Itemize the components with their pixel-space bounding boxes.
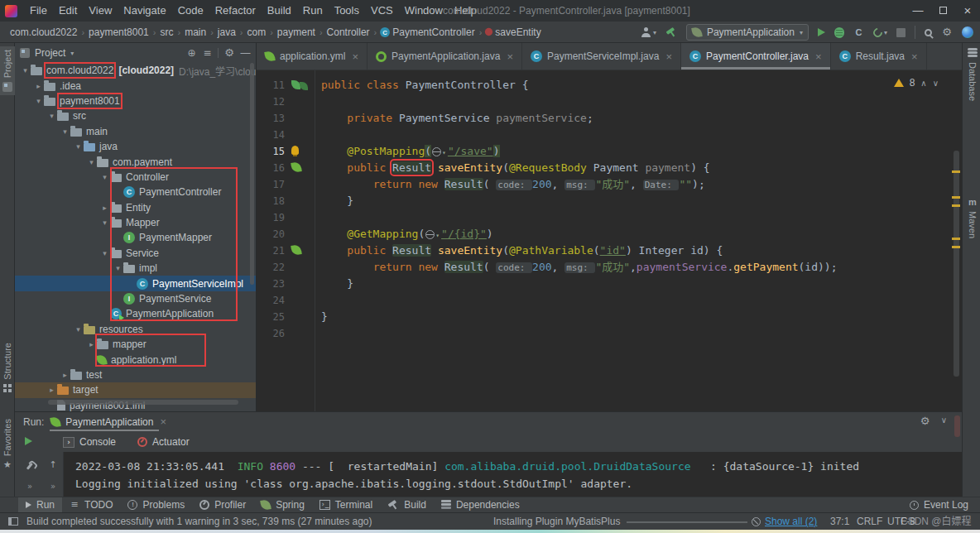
chevron-collapsed-icon[interactable]: ▸ [60, 371, 70, 379]
toolwindow-button-spring[interactable]: Spring [253, 497, 312, 513]
breadcrumb-src[interactable]: src [158, 26, 175, 38]
project-scrollbar-vertical[interactable] [250, 63, 254, 285]
breadcrumb-Controller[interactable]: Controller [325, 26, 372, 38]
chevron-expanded-icon[interactable]: ▾ [113, 264, 123, 272]
toolwindow-button-dependencies[interactable]: Dependencies [434, 497, 527, 513]
tree-item-com.payment[interactable]: ▾com.payment [15, 154, 256, 169]
http-method-inlay-icon[interactable] [425, 230, 435, 239]
chevron-expanded-icon[interactable]: ▾ [46, 112, 57, 120]
chevron-expanded-icon[interactable]: ▾ [99, 249, 110, 257]
intention-bulb-icon[interactable] [291, 146, 299, 155]
encoding-indicator[interactable]: UTF-8 [887, 513, 915, 531]
chevron-collapsed-icon[interactable]: ▸ [99, 204, 110, 212]
editor-tab-application.yml[interactable]: application.yml× [257, 43, 368, 70]
warning-stripe-mark[interactable] [952, 170, 960, 173]
toolwindow-button-run[interactable]: Run [18, 497, 62, 513]
tree-item-Service[interactable]: ▾Service [15, 246, 256, 261]
tree-item-.idea[interactable]: ▸.idea [15, 78, 256, 93]
maximize-button[interactable] [930, 0, 955, 22]
tree-item-java[interactable]: ▾java [15, 139, 256, 154]
menu-run[interactable]: Run [297, 0, 329, 22]
toolwindow-button-problems[interactable]: Problems [120, 497, 192, 513]
stripe-tab-maven[interactable]: Maven [964, 197, 980, 238]
close-icon[interactable]: × [507, 50, 513, 63]
close-icon[interactable]: × [160, 415, 166, 428]
cancel-progress-icon[interactable] [752, 517, 761, 526]
line-separator-indicator[interactable]: CRLF [857, 513, 882, 531]
warning-stripe-mark[interactable] [952, 246, 960, 248]
tree-item-Entity[interactable]: ▸Entity [15, 200, 256, 215]
menu-edit[interactable]: Edit [53, 0, 83, 22]
close-icon[interactable]: × [352, 50, 358, 63]
warning-stripe-mark[interactable] [952, 196, 960, 199]
breadcrumb-main[interactable]: main [183, 26, 208, 38]
chevron-expanded-icon[interactable]: ▾ [33, 97, 44, 105]
chevron-collapsed-icon[interactable]: ▸ [33, 82, 44, 90]
close-icon[interactable]: × [815, 50, 822, 63]
run-configuration-select[interactable]: PaymentApplication ▾ [686, 24, 809, 41]
chevron-collapsed-icon[interactable]: ▸ [46, 386, 57, 394]
code-with-me-sphere-icon[interactable] [962, 26, 973, 38]
breadcrumb-com.cloud2022[interactable]: com.cloud2022 [8, 26, 79, 38]
warning-stripe-mark[interactable] [952, 238, 960, 240]
breadcrumb-payment8001[interactable]: payment8001 [87, 26, 151, 38]
close-icon[interactable]: × [911, 50, 918, 63]
search-icon[interactable] [925, 29, 932, 36]
menu-navigate[interactable]: Navigate [118, 0, 171, 22]
breadcrumb-saveEntity[interactable]: saveEntity [493, 26, 542, 38]
tree-item-resources[interactable]: ▾resources [15, 322, 256, 337]
settings-gear-icon[interactable] [941, 26, 953, 38]
tree-item-PaymentServiceImpl[interactable]: PaymentServiceImpl [15, 276, 256, 291]
toolwindow-button-todo[interactable]: TODO [62, 497, 120, 513]
chevron-expanded-icon[interactable]: ▾ [73, 142, 84, 151]
chevron-expanded-icon[interactable]: ▾ [20, 66, 31, 74]
spring-mapping-icon[interactable] [291, 244, 302, 256]
rerun-application-icon[interactable] [25, 437, 32, 445]
editor-tab-PaymentController.java[interactable]: PaymentController.java× [681, 43, 831, 70]
menu-build[interactable]: Build [262, 0, 297, 22]
tree-item-Controller[interactable]: ▾Controller [15, 170, 256, 185]
next-warning-icon[interactable]: ∨ [933, 79, 939, 88]
chevron-expanded-icon[interactable]: ▾ [99, 218, 110, 227]
expand-icon[interactable] [25, 482, 35, 492]
spring-mapping-icon[interactable] [291, 161, 302, 173]
breadcrumb-java[interactable]: java [216, 26, 238, 38]
locate-file-icon[interactable] [186, 48, 197, 59]
collapse-panel-icon[interactable]: ∨ [941, 415, 947, 427]
toolwindow-button-profiler[interactable]: Profiler [192, 497, 253, 513]
tree-item-application.yml[interactable]: application.yml [15, 352, 256, 367]
close-button[interactable]: × [955, 0, 980, 22]
tree-item-com.cloud2022[interactable]: ▾com.cloud2022[cloud2022]D:\java_学习\clou… [15, 63, 256, 78]
inspections-widget[interactable]: 8 ∧ ∨ [894, 77, 939, 89]
breadcrumb-PaymentController[interactable]: PaymentController [391, 26, 476, 38]
build-hammer-icon[interactable] [663, 24, 679, 40]
tree-item-impl[interactable]: ▾impl [15, 261, 256, 276]
tree-item-test[interactable]: ▸test [15, 367, 256, 382]
project-scrollbar-horizontal[interactable] [48, 400, 238, 405]
collapse-all-icon[interactable] [202, 48, 213, 59]
tree-item-target[interactable]: ▸target [15, 382, 256, 397]
menu-vcs[interactable]: VCS [365, 0, 399, 22]
breadcrumb-payment[interactable]: payment [276, 26, 317, 38]
chevron-expanded-icon[interactable]: ▾ [73, 325, 84, 334]
menu-window[interactable]: Window [399, 0, 449, 22]
menu-tools[interactable]: Tools [329, 0, 365, 22]
console-scrollbar[interactable] [954, 415, 960, 437]
stripe-tab-project[interactable]: Project [0, 46, 15, 95]
close-icon[interactable]: × [665, 50, 672, 63]
console-output[interactable]: 2022-03-08 21:33:05.441 INFO 8600 --- [ … [63, 452, 962, 497]
code-area[interactable]: 11public class PaymentController {1213 p… [257, 70, 962, 342]
tree-item-payment8001[interactable]: ▾payment8001 [15, 94, 256, 108]
editor-tab-PaymentServiceImpl.java[interactable]: PaymentServiceImpl.java× [522, 43, 681, 70]
prev-warning-icon[interactable]: ∧ [920, 79, 926, 88]
menu-view[interactable]: View [83, 0, 118, 22]
stripe-tab-database[interactable]: Database [964, 48, 980, 101]
tree-item-PaymentApplication[interactable]: PaymentApplication [15, 306, 256, 321]
hide-panel-icon[interactable] [240, 48, 251, 59]
expand-icon[interactable] [48, 482, 58, 492]
menu-refactor[interactable]: Refactor [209, 0, 262, 22]
tree-item-Mapper[interactable]: ▾Mapper [15, 215, 256, 230]
tree-item-PaymentController[interactable]: PaymentController [15, 185, 256, 199]
minimize-button[interactable]: — [906, 0, 930, 22]
debug-button[interactable] [834, 27, 844, 38]
